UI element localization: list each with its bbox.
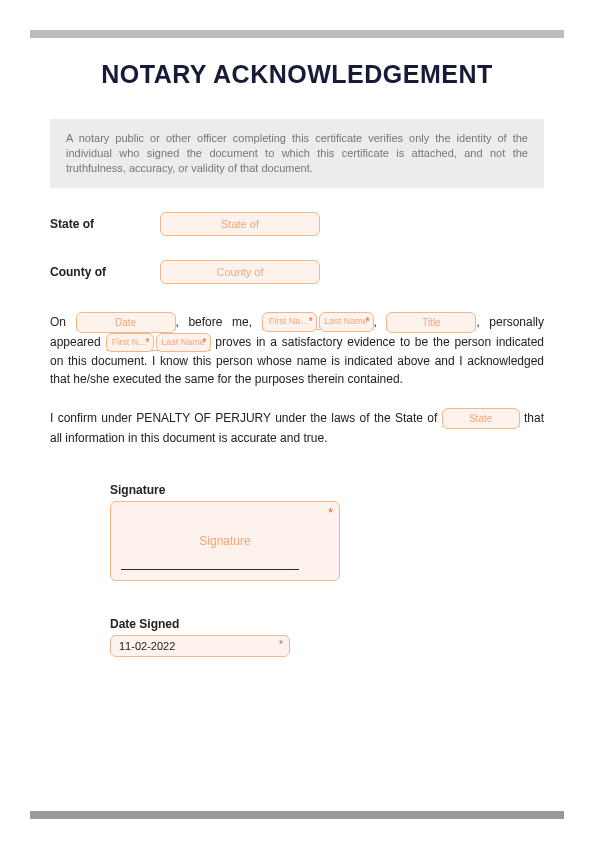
top-divider: [30, 30, 564, 38]
signature-placeholder: Signature: [199, 534, 250, 548]
required-icon: *: [146, 335, 150, 350]
document-page: NOTARY ACKNOWLEDGEMENT A notary public o…: [0, 0, 594, 841]
date-signed-value: 11-02-2022: [119, 640, 175, 652]
date-signed-section: Date Signed 11-02-2022 *: [110, 617, 544, 657]
ln2-placeholder: Last Name: [161, 337, 205, 347]
title-input[interactable]: Title: [386, 312, 476, 333]
body-paragraph-2: I confirm under PENALTY OF PERJURY under…: [50, 408, 544, 447]
signature-line: [121, 569, 299, 570]
signature-input[interactable]: Signature *: [110, 501, 340, 581]
required-icon: *: [203, 335, 207, 350]
text: ,: [374, 314, 387, 328]
state-input[interactable]: State of: [160, 212, 320, 236]
date-placeholder: Date: [115, 317, 136, 328]
bottom-divider: [30, 811, 564, 819]
required-icon: *: [309, 314, 313, 329]
date-input[interactable]: Date: [76, 312, 176, 333]
page-title: NOTARY ACKNOWLEDGEMENT: [50, 60, 544, 89]
title-placeholder: Title: [422, 317, 441, 328]
last-name-input[interactable]: Last Name*: [319, 312, 374, 332]
first-name-input[interactable]: First Na…*: [262, 312, 317, 332]
state-label: State of: [50, 217, 160, 231]
date-signed-input[interactable]: 11-02-2022 *: [110, 635, 290, 657]
state2-placeholder: State: [469, 413, 492, 424]
appeared-first-name-input[interactable]: First N…*: [106, 333, 154, 353]
date-signed-label: Date Signed: [110, 617, 544, 631]
text: On: [50, 314, 76, 328]
signature-label: Signature: [110, 483, 544, 497]
state-row: State of State of: [50, 212, 544, 236]
body-paragraph-1: On Date, before me, First Na…*Last Name*…: [50, 312, 544, 389]
fn-placeholder: First Na…: [269, 316, 310, 326]
appeared-last-name-input[interactable]: Last Name*: [156, 333, 211, 353]
county-placeholder: County of: [216, 266, 263, 278]
fn2-placeholder: First N…: [112, 337, 148, 347]
county-input[interactable]: County of: [160, 260, 320, 284]
required-icon: *: [328, 506, 333, 520]
text: I confirm under PENALTY OF PERJURY under…: [50, 411, 442, 425]
ln-placeholder: Last Name: [324, 316, 368, 326]
perjury-state-input[interactable]: State: [442, 408, 520, 429]
county-label: County of: [50, 265, 160, 279]
required-icon: *: [279, 639, 283, 650]
county-row: County of County of: [50, 260, 544, 284]
notice-box: A notary public or other officer complet…: [50, 119, 544, 188]
signature-section: Signature Signature *: [110, 483, 544, 581]
state-placeholder: State of: [221, 218, 259, 230]
required-icon: *: [366, 314, 370, 329]
text: , before me,: [176, 314, 262, 328]
